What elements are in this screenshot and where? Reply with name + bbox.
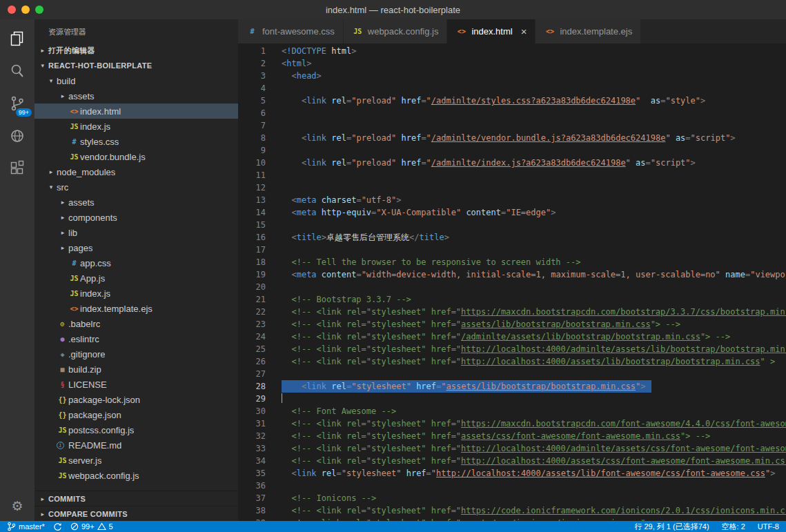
activity-debug-button[interactable] — [0, 119, 35, 152]
commits-section[interactable]: ▸ COMMITS — [35, 491, 238, 506]
tab-index.html[interactable]: <>index.html× — [447, 19, 536, 43]
tab-webpack.config.js[interactable]: JSwebpack.config.js — [344, 19, 448, 43]
open-editors-section[interactable]: ▸ 打开的编辑器 — [35, 43, 238, 58]
code-line-32[interactable]: 32 <!-- <link rel="stylesheet" href="ass… — [238, 430, 786, 442]
line-number: 10 — [238, 157, 266, 169]
code-line-14[interactable]: 14 <meta http-equiv="X-UA-Compatible" co… — [238, 206, 786, 219]
code-line-19[interactable]: 19 <meta content="width=device-width, in… — [238, 268, 786, 281]
tree-item-lib[interactable]: ▸lib — [35, 225, 238, 240]
tree-item-App.js[interactable]: JSApp.js — [35, 270, 238, 286]
tree-item-app.css[interactable]: #app.css — [35, 255, 238, 270]
code-line-15[interactable]: 15 — [238, 219, 786, 231]
tree-item-assets[interactable]: ▸assets — [35, 195, 238, 210]
minimize-button[interactable] — [21, 6, 30, 14]
tree-item-package.json[interactable]: {}package.json — [35, 407, 238, 422]
tree-item-package-lock.json[interactable]: {}package-lock.json — [35, 392, 238, 407]
code-line-39[interactable]: 39 <!-- <link rel="stylesheet" href="ass… — [238, 517, 786, 521]
code-line-6[interactable]: 6 — [238, 107, 786, 119]
activity-extensions-button[interactable] — [0, 152, 35, 184]
code-line-21[interactable]: 21 <!-- Bootstrap 3.3.7 --> — [238, 293, 786, 306]
problems-indicator[interactable]: 99+ 5 — [70, 522, 113, 531]
code-line-23[interactable]: 23 <!-- <link rel="stylesheet" href="ass… — [238, 318, 786, 331]
code-line-10[interactable]: 10 <link rel="preload" href="/adminlte/i… — [238, 157, 786, 169]
code-line-25[interactable]: 25 <!-- <link rel="stylesheet" href="htt… — [238, 343, 786, 355]
line-number: 1 — [238, 45, 266, 57]
tree-item-.gitignore[interactable]: ◆.gitignore — [35, 346, 238, 362]
code-line-30[interactable]: 30 <!-- Font Awesome --> — [238, 405, 786, 417]
code-line-17[interactable]: 17 — [238, 244, 786, 256]
code-line-8[interactable]: 8 <link rel="preload" href="/adminlte/ve… — [238, 132, 786, 144]
tab-index.template.ejs[interactable]: <>index.template.ejs — [536, 19, 641, 43]
activity-explorer-button[interactable] — [0, 22, 35, 55]
zoom-button[interactable] — [35, 6, 43, 14]
line-number: 6 — [238, 107, 266, 119]
code-line-37[interactable]: 37 <!-- Ionicons --> — [238, 492, 786, 504]
code-line-2[interactable]: 2<html> — [238, 57, 786, 70]
indentation-indicator[interactable]: 空格: 2 — [722, 522, 745, 532]
activity-source-control-button[interactable]: 99+ — [0, 87, 35, 119]
code-line-38[interactable]: 38 <!-- <link rel="stylesheet" href="htt… — [238, 504, 786, 517]
code-line-11[interactable]: 11 — [238, 169, 786, 181]
code-line-7[interactable]: 7 — [238, 119, 786, 132]
code-editor[interactable]: 1<!DOCTYPE html>2<html>3 <head>45 <link … — [238, 43, 786, 521]
tree-item-webpack.config.js[interactable]: JSwebpack.config.js — [35, 468, 238, 483]
code-line-12[interactable]: 12 — [238, 181, 786, 194]
code-line-20[interactable]: 20 — [238, 281, 786, 293]
code-line-34[interactable]: 34 <!-- <link rel="stylesheet" href="htt… — [238, 455, 786, 467]
tree-item-src[interactable]: ▾src — [35, 179, 238, 195]
tree-item-.eslintrc[interactable]: ●.eslintrc — [35, 331, 238, 346]
close-button[interactable] — [8, 6, 16, 14]
code-line-1[interactable]: 1<!DOCTYPE html> — [238, 45, 786, 57]
chevron-right-icon: ▸ — [37, 47, 48, 54]
tree-item-index.html[interactable]: <>index.html — [35, 104, 238, 119]
sync-button[interactable] — [53, 522, 62, 531]
code-line-36[interactable]: 36 — [238, 480, 786, 492]
tree-item-README.md[interactable]: iREADME.md — [35, 437, 238, 453]
tree-item-.babelrc[interactable]: ⚙.babelrc — [35, 316, 238, 331]
file-label: vendor.bundle.js — [80, 152, 146, 162]
code-line-35[interactable]: 35 <link rel="stylesheet" href="http://l… — [238, 467, 786, 480]
settings-button[interactable]: ⚙ — [0, 482, 35, 514]
compare-commits-section[interactable]: ▸ COMPARE COMMITS — [35, 506, 238, 521]
code-line-28[interactable]: 28 <link rel="stylesheet" href="assets/l… — [238, 380, 786, 393]
tree-item-build[interactable]: ▾build — [35, 73, 238, 88]
code-line-5[interactable]: 5 <link rel="preload" href="/adminlte/st… — [238, 95, 786, 107]
code-line-31[interactable]: 31 <!-- <link rel="stylesheet" href="htt… — [238, 417, 786, 430]
code-line-29[interactable]: 29 — [238, 393, 786, 405]
tree-item-postcss.config.js[interactable]: JSpostcss.config.js — [35, 422, 238, 437]
tree-item-index.js[interactable]: JSindex.js — [35, 286, 238, 301]
line-content — [282, 393, 282, 405]
info-icon: i — [57, 442, 64, 449]
tree-item-LICENSE[interactable]: §LICENSE — [35, 377, 238, 392]
code-line-4[interactable]: 4 — [238, 82, 786, 95]
branch-indicator[interactable]: master* — [7, 522, 45, 531]
tab-font-awesome.css[interactable]: #font-awesome.css — [238, 19, 344, 43]
tree-item-components[interactable]: ▸components — [35, 210, 238, 225]
code-line-13[interactable]: 13 <meta charset="utf-8"> — [238, 194, 786, 206]
encoding-indicator[interactable]: UTF-8 — [758, 522, 779, 532]
tree-item-build.zip[interactable]: ■build.zip — [35, 362, 238, 377]
tree-item-server.js[interactable]: JSserver.js — [35, 453, 238, 468]
code-line-3[interactable]: 3 <head> — [238, 70, 786, 82]
tree-item-index.template.ejs[interactable]: <>index.template.ejs — [35, 301, 238, 316]
project-section-header[interactable]: ▾ REACT-HOT-BOILERPLATE — [35, 58, 238, 73]
tree-item-vendor.bundle.js[interactable]: JSvendor.bundle.js — [35, 149, 238, 164]
code-line-22[interactable]: 22 <!-- <link rel="stylesheet" href="htt… — [238, 306, 786, 318]
tab-close-icon[interactable]: × — [521, 27, 527, 37]
tree-item-styles.css[interactable]: #styles.css — [35, 134, 238, 149]
tree-item-index.js[interactable]: JSindex.js — [35, 119, 238, 134]
code-line-27[interactable]: 27 — [238, 368, 786, 380]
cursor-position[interactable]: 行 29, 列 1 (已选择74) — [634, 522, 709, 532]
activity-search-button[interactable] — [0, 55, 35, 87]
tree-item-node_modules[interactable]: ▸node_modules — [35, 164, 238, 179]
tree-item-pages[interactable]: ▸pages — [35, 240, 238, 255]
code-line-33[interactable]: 33 <!-- <link rel="stylesheet" href="htt… — [238, 442, 786, 455]
line-content: <!-- Font Awesome --> — [282, 405, 396, 417]
code-line-16[interactable]: 16 <title>卓越零售后台管理系统</title> — [238, 231, 786, 244]
code-line-26[interactable]: 26 <!-- <link rel="stylesheet" href="htt… — [238, 355, 786, 368]
code-line-24[interactable]: 24 <!-- <link rel="stylesheet" href="/ad… — [238, 331, 786, 343]
tree-item-assets[interactable]: ▸assets — [35, 88, 238, 104]
code-line-18[interactable]: 18 <!-- Tell the browser to be responsiv… — [238, 256, 786, 268]
code-line-9[interactable]: 9 — [238, 144, 786, 157]
line-number: 21 — [238, 293, 266, 306]
